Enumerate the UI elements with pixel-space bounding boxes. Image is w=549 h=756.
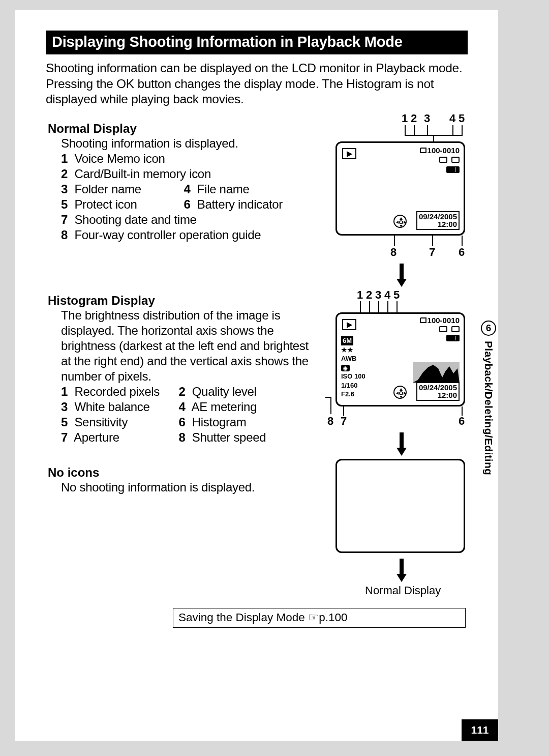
svg-marker-2: [396, 221, 399, 224]
callout2-3: 3: [375, 288, 381, 302]
voice-memo-icon: [439, 157, 447, 163]
side-tab: 6 Playback/Deleting/Editing: [479, 321, 498, 534]
histo-item-7-8: 7 Aperture 8 Shutter speed: [61, 430, 315, 445]
tick: [405, 125, 406, 135]
reference-box: Saving the Display Mode ☞p.100: [173, 608, 466, 628]
histo-item-1-2: 1 Recorded pixels 2 Quality level: [61, 384, 315, 399]
page-title: Displaying Shooting Information in Playb…: [46, 31, 468, 54]
callout2-1: 1: [357, 288, 363, 302]
battery-icon: [446, 335, 460, 341]
callout2-5: 5: [393, 288, 400, 302]
tick: [394, 236, 395, 246]
callout2-4: 4: [384, 288, 390, 302]
callout-top-2: 2: [411, 112, 417, 125]
section-head-histogram: Histogram Display: [48, 294, 468, 308]
callout-bot-6: 6: [459, 246, 465, 259]
date-label: 09/24/2005: [419, 213, 457, 221]
lcd-noicons: [336, 459, 465, 553]
tick: [452, 125, 453, 135]
svg-marker-3: [404, 221, 406, 224]
battery-icon: [446, 166, 460, 173]
histo-item-3-4: 3 White balance 4 AE metering: [61, 399, 315, 415]
svg-point-9: [400, 392, 403, 395]
svg-marker-5: [400, 388, 403, 391]
card-icon: [451, 157, 460, 163]
svg-marker-0: [400, 217, 403, 220]
tick: [427, 125, 428, 135]
memo-card-row: [420, 156, 460, 164]
callout2b-8: 8: [327, 415, 333, 428]
chapter-label: Playback/Deleting/Editing: [482, 341, 495, 475]
page-number: 111: [462, 719, 498, 741]
date-label: 09/24/2005: [419, 384, 457, 392]
dpad-icon: [393, 215, 407, 228]
histogram-graph: [413, 362, 460, 383]
svg-marker-7: [396, 392, 399, 395]
svg-point-4: [400, 221, 403, 224]
lcd-histo-datebox: 09/24/2005 12:00: [416, 382, 460, 401]
tick: [325, 397, 331, 398]
svg-marker-1: [400, 225, 403, 227]
histogram-desc: The brightness distribution of the image…: [61, 308, 315, 384]
recorded-pixels-badge: 6M: [341, 336, 353, 345]
folder-icon: [420, 148, 426, 153]
lcd-normal-datebox: 09/24/2005 12:00: [416, 211, 460, 230]
intro-paragraph: Shooting information can be displayed on…: [46, 61, 468, 107]
folder-file-label: 100-0010: [428, 146, 460, 155]
lcd-normal-topright: 100-0010: [420, 146, 460, 175]
sensitivity: ISO 100: [341, 372, 365, 381]
play-icon: [342, 319, 356, 330]
content-column: Displaying Shooting Information in Playb…: [46, 31, 468, 495]
page: Displaying Shooting Information in Playb…: [15, 10, 498, 741]
quality-level: ★★: [341, 345, 365, 355]
callout-bot-8: 8: [390, 246, 396, 259]
svg-marker-8: [404, 392, 406, 395]
normal-display-label: Normal Display: [365, 584, 441, 597]
callout2b-7: 7: [341, 415, 347, 428]
callout-top-5: 5: [459, 112, 465, 125]
folder-file-label: 100-0010: [428, 316, 460, 325]
histo-item-5-6: 5 Sensitivity 6 Histogram: [61, 415, 315, 430]
card-icon: [451, 326, 460, 332]
white-balance: AWB: [341, 354, 365, 363]
tick: [432, 236, 433, 246]
aperture: F2.6: [341, 390, 365, 399]
folder-file-row: 100-0010: [420, 316, 460, 325]
lcd-histo-leftinfo: 6M ★★ AWB ◉ ISO 100 1/160 F2.6: [341, 336, 365, 399]
callout2b-6: 6: [459, 415, 465, 428]
tick: [330, 397, 331, 414]
section-body-histogram: The brightness distribution of the image…: [61, 308, 315, 445]
tick: [462, 125, 463, 135]
voice-memo-icon: [439, 326, 447, 332]
lcd-histogram: 100-0010 6M ★★ AWB ◉ ISO 100 1/160 F2.6: [336, 312, 465, 406]
lcd-normal: 100-0010 09/24/2005 12:00: [336, 141, 465, 236]
time-label: 12:00: [419, 220, 457, 228]
memo-card-row: [420, 325, 460, 334]
arrow-down-1: [396, 264, 407, 287]
callout2-2: 2: [366, 288, 372, 302]
callout-top-3: 3: [424, 112, 430, 125]
arrow-down-2: [396, 432, 407, 456]
shutter-speed: 1/160: [341, 381, 365, 390]
battery-row: [420, 166, 460, 175]
arrow-down-3: [396, 559, 407, 582]
play-icon: [342, 148, 356, 159]
folder-icon: [420, 317, 426, 323]
battery-row: [420, 334, 460, 343]
folder-file-row: 100-0010: [420, 146, 460, 155]
svg-marker-6: [400, 396, 403, 398]
time-label: 12:00: [419, 391, 457, 399]
dpad-icon: [393, 386, 407, 399]
callout-bot-7: 7: [429, 246, 435, 259]
tick: [462, 236, 463, 246]
callout-top-1: 1: [402, 112, 408, 125]
chapter-number-circle: 6: [481, 321, 496, 336]
lcd-histo-topright: 100-0010: [420, 316, 460, 343]
ae-metering-icon: ◉: [341, 365, 350, 372]
callout-top-4: 4: [449, 112, 455, 125]
tick: [414, 125, 415, 135]
